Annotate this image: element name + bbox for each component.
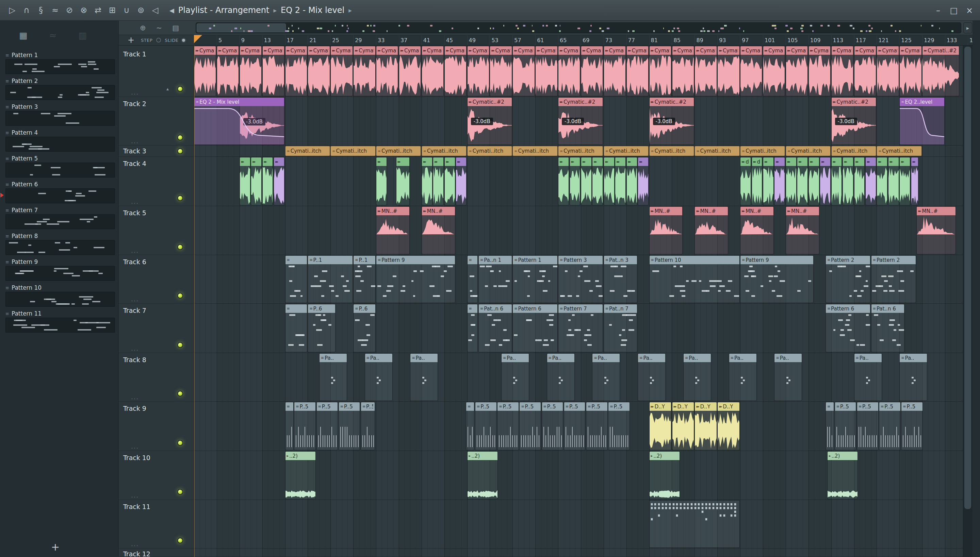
clip[interactable]: ▸▸Cymatic..#2-3.0dB xyxy=(831,97,876,145)
clip[interactable]: ▸▸Cymati..Min xyxy=(467,46,489,96)
clip[interactable]: ▸▸Cymati..Min xyxy=(240,46,262,96)
clip[interactable]: ▸▸ xyxy=(854,157,865,205)
pattern-item[interactable]: ≡Pattern 10 xyxy=(0,283,118,308)
clip[interactable]: ▸▸MN..# xyxy=(916,207,956,254)
pattern-item[interactable]: ≡Pattern 1 xyxy=(0,50,118,76)
clip[interactable]: ▸▸Cymati..Min xyxy=(262,46,284,96)
add-track-button[interactable]: + xyxy=(127,36,134,44)
clip[interactable]: ≡P..5 xyxy=(857,402,879,450)
clip[interactable]: ▸▸MN..# xyxy=(376,207,410,254)
clip[interactable]: ∞EQ 2..level xyxy=(899,97,944,145)
clip[interactable]: ≡ xyxy=(285,256,307,303)
clip[interactable]: ▸▸Cymati..Min xyxy=(763,46,785,96)
clip[interactable]: ≡Pa.. xyxy=(729,353,757,401)
track-header[interactable]: Track 9... xyxy=(119,402,194,451)
clip[interactable]: ▸▸Cymati..Min xyxy=(694,46,717,96)
clip[interactable]: ≡ xyxy=(825,402,834,450)
clip[interactable]: ▸▸ xyxy=(865,157,876,205)
clip[interactable]: ▸▸Cymati..Min xyxy=(672,46,694,96)
track-header[interactable]: Track 10... xyxy=(119,451,194,500)
clip[interactable]: ∞EQ 2 - Mix level xyxy=(194,97,284,145)
clip[interactable]: ▸▸Cymatic..#2-3.0dB xyxy=(467,97,512,145)
track-options-dots[interactable]: ... xyxy=(131,393,139,401)
track-options-dots[interactable]: ... xyxy=(131,247,139,254)
clip[interactable]: ▸▸ xyxy=(786,157,797,205)
clip[interactable]: ▸▸Cymati..Min xyxy=(786,46,808,96)
track-mute-led[interactable] xyxy=(177,537,183,543)
select-tool-icon[interactable]: ⊞ xyxy=(106,5,119,15)
clip[interactable]: ≡P..5 xyxy=(519,402,541,450)
clip[interactable]: ▸▸MN..# xyxy=(694,207,728,254)
clip[interactable]: ▸..2) xyxy=(467,451,498,499)
clip[interactable]: ≡Pat..n 6 xyxy=(871,304,905,352)
clip[interactable]: ≡P..5 xyxy=(294,402,316,450)
clip[interactable]: ≡Pattern 9 xyxy=(376,256,455,303)
clip[interactable]: ≡P..6 xyxy=(308,304,335,352)
clip[interactable]: ▸▸d..n xyxy=(740,157,751,205)
clip[interactable]: ≡Pattern 9 xyxy=(740,256,813,303)
picker-wave-icon[interactable]: ≈ xyxy=(49,30,57,41)
clip[interactable]: ≡Pa.. xyxy=(899,353,927,401)
clip[interactable]: ≡P..5 xyxy=(586,402,608,450)
clip[interactable]: ▸..2) xyxy=(285,451,316,499)
clip[interactable]: ▸▸Cymatic..#2-3.0dB xyxy=(649,97,694,145)
move-tool-icon[interactable]: ⊕ xyxy=(140,24,146,32)
clip[interactable]: ▸▸D..Y xyxy=(717,402,740,450)
clip[interactable]: ▸▸ xyxy=(376,157,387,205)
clip[interactable]: ▸▸ xyxy=(899,157,910,205)
clip[interactable]: ▸▸Cymati..Min xyxy=(740,46,762,96)
clip[interactable]: ▸▸ xyxy=(820,157,831,205)
clip[interactable]: ∞Cymati..itch xyxy=(831,146,876,156)
clip[interactable]: ≡Pa..n 1 xyxy=(479,256,512,303)
clip[interactable]: ≡Pattern 10 xyxy=(649,256,740,303)
track-header[interactable]: Track 8... xyxy=(119,353,194,402)
clip[interactable]: ≡Pattern 3 xyxy=(558,256,603,303)
clip[interactable]: ≡P..5 xyxy=(475,402,497,450)
clip[interactable]: ▸▸Cymati..Min xyxy=(899,46,921,96)
track-lane[interactable] xyxy=(194,206,963,255)
pattern-item[interactable]: ≡Pattern 7 xyxy=(0,205,118,231)
clip[interactable]: ▸▸ xyxy=(888,157,899,205)
pattern-item[interactable]: ≡Pattern 3 xyxy=(0,102,118,127)
clip[interactable]: ▸▸D..Y xyxy=(694,402,717,450)
clip[interactable]: ∞Cymati..itch xyxy=(740,146,785,156)
track-header[interactable]: Track 4... xyxy=(119,157,194,206)
scroll-right-button[interactable]: ▸ xyxy=(963,23,972,33)
clip[interactable]: ▸▸ xyxy=(456,157,467,205)
clip[interactable]: ≡Pa.. xyxy=(365,353,393,401)
play-icon[interactable]: ▷ xyxy=(5,5,19,15)
collapse-arrow-icon[interactable]: ▴ xyxy=(167,86,169,91)
automation-link-icon[interactable]: ~ xyxy=(156,24,162,32)
clip[interactable]: ▸▸ xyxy=(911,157,918,205)
clip[interactable]: ▸▸MN..# xyxy=(421,207,455,254)
clip[interactable]: ▸▸Cymati..Min xyxy=(535,46,557,96)
clip[interactable]: ≡ xyxy=(466,402,474,450)
track-mute-led[interactable] xyxy=(177,244,183,250)
clip[interactable]: ∞Cymati..itch xyxy=(285,146,330,156)
clip[interactable]: ▸▸Cymati..Min xyxy=(376,46,398,96)
clip[interactable]: ∞Cymati..itch xyxy=(558,146,603,156)
track-header[interactable]: Track 1...▴ xyxy=(119,46,194,97)
picker-grid-icon[interactable]: ▦ xyxy=(19,30,28,41)
step-toggle[interactable] xyxy=(156,38,161,42)
clip[interactable]: ≡ xyxy=(285,402,294,450)
clip[interactable]: ▸▸ xyxy=(444,157,455,205)
clip[interactable]: ▸▸d..n xyxy=(752,157,763,205)
clip[interactable] xyxy=(649,500,740,548)
close-button[interactable]: × xyxy=(962,6,977,15)
pattern-item[interactable]: ≡Pattern 9 xyxy=(0,257,118,283)
clip[interactable]: ▸▸ xyxy=(251,157,262,205)
clip[interactable]: ▸▸ xyxy=(626,157,637,205)
clip[interactable]: ▸▸ xyxy=(262,157,273,205)
clip[interactable]: ▸▸Cymati..Min xyxy=(421,46,444,96)
clip[interactable]: ≡P..5 xyxy=(564,402,586,450)
clip[interactable]: ≡P..5 xyxy=(497,402,519,450)
clip[interactable]: ▸▸Cymati..Min xyxy=(877,46,899,96)
timeline-ruler[interactable]: 5913172125293337414549535761656973778185… xyxy=(194,35,972,46)
clip[interactable]: ∞Cymati..itch xyxy=(376,146,421,156)
clip[interactable]: ≡P..5 xyxy=(361,402,375,450)
clip[interactable]: ▸▸ xyxy=(581,157,592,205)
clip[interactable]: ≡P..5 xyxy=(901,402,923,450)
paint-tool-icon[interactable]: ≈ xyxy=(48,5,62,15)
clip[interactable]: ∞Cymati..itch xyxy=(877,146,921,156)
